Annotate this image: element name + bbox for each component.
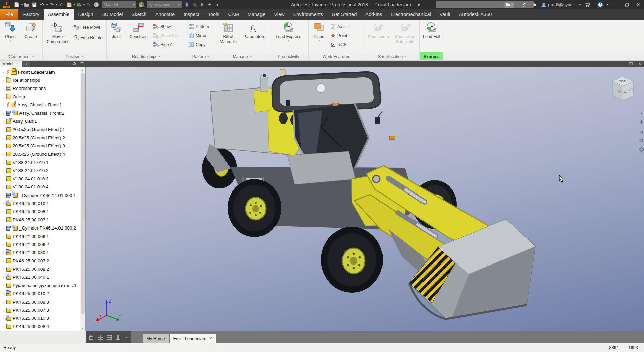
user-account-menu[interactable]: pradit@syner... ▾ — [541, 2, 581, 7]
expand-chevron-icon[interactable]: › — [1, 135, 5, 140]
tree-row[interactable]: › PK46.21.00.006:2 — [0, 240, 85, 248]
ribbon-tab[interactable]: Tools — [204, 9, 224, 20]
model-panel-tab[interactable]: Model ✕ — [0, 61, 22, 67]
model-panel-close-icon[interactable]: ✕ — [16, 62, 19, 66]
load-full-button[interactable]: Load Full — [420, 20, 442, 52]
zoom-icon[interactable] — [639, 129, 644, 134]
tree-row[interactable]: › V138.24.01.010:1 — [0, 158, 85, 166]
expand-chevron-icon[interactable]: › — [1, 86, 5, 91]
expand-chevron-icon[interactable]: › — [1, 184, 5, 189]
tree-row[interactable]: › PK46.25.00.010:3 — [0, 314, 85, 322]
scroll-up-arrow[interactable]: ▲ — [80, 67, 85, 73]
axis-caret[interactable]: ▾ — [348, 25, 349, 28]
rows-view-icon[interactable] — [107, 335, 112, 340]
free-rotate-button[interactable]: Free Rotate — [72, 32, 105, 43]
group-label-position[interactable]: Position▾ — [43, 52, 106, 60]
tree-row[interactable]: › V138.24.01.010:3 — [0, 175, 85, 183]
help-caret[interactable]: ▾ — [607, 3, 608, 6]
columns-view-icon[interactable] — [115, 335, 121, 340]
tree-row[interactable]: › Origin — [0, 93, 85, 101]
document-tab[interactable]: My Home — [143, 334, 169, 343]
ribbon-tab[interactable]: Factory — [18, 9, 43, 20]
expand-chevron-icon[interactable]: › — [1, 291, 5, 296]
tree-row[interactable]: › 20.5x25 (Ground Effect):1 — [0, 126, 85, 134]
adjust-appearance-button[interactable] — [183, 1, 190, 9]
save-button[interactable] — [31, 1, 38, 9]
group-label-component[interactable]: Component▾ — [0, 52, 42, 60]
tree-row[interactable]: › PK46.25.00.010:2 — [0, 290, 85, 298]
color-wheel-icon[interactable] — [138, 1, 145, 9]
axis-button[interactable]: Axis ▾ — [329, 22, 360, 31]
ribbon-tab[interactable]: Assemble — [44, 9, 74, 20]
expand-chevron-icon[interactable]: › — [1, 70, 5, 75]
ribbon-tab[interactable]: Autodesk A360 — [455, 9, 496, 20]
place-button[interactable]: Place ▾ — [1, 20, 20, 52]
browser-scrollbar[interactable]: ▲ ▼ — [80, 67, 85, 331]
home-button[interactable]: ⌂ — [58, 1, 65, 9]
expand-chevron-icon[interactable]: › — [1, 250, 5, 255]
pattern-button[interactable]: Pattern — [187, 22, 214, 31]
show-button[interactable]: Show — [152, 22, 185, 31]
ribbon-tab[interactable]: Vault — [435, 9, 455, 20]
expand-chevron-icon[interactable]: › — [1, 300, 5, 305]
mirror-button[interactable]: Mirror — [187, 31, 214, 40]
redo-button[interactable]: ↷ — [48, 1, 55, 9]
document-tab[interactable]: Front Loader.iam ✕ — [170, 334, 216, 343]
scrollbar-thumb[interactable] — [81, 73, 85, 314]
group-label-pattern[interactable]: Pattern▾ — [186, 52, 215, 60]
favorites-star-icon[interactable]: ★ — [531, 1, 538, 9]
look-at-icon[interactable] — [639, 147, 644, 152]
expand-chevron-icon[interactable]: › — [1, 176, 5, 181]
tree-row[interactable]: › PK46.21.00.040:1 — [0, 273, 85, 281]
expand-chevron-icon[interactable]: › — [1, 267, 5, 272]
expand-chevron-icon[interactable]: › — [1, 217, 5, 222]
store-cart-icon[interactable] — [583, 1, 591, 9]
tree-row[interactable]: › Assy, Cab:1 — [0, 117, 85, 125]
group-label-relationships[interactable]: Relationships▾ — [107, 52, 186, 60]
sign-in-satellite-icon[interactable] — [521, 1, 528, 9]
cascade-view-icon[interactable] — [89, 335, 94, 340]
expand-chevron-icon[interactable]: › — [1, 324, 5, 329]
group-label-productivity[interactable]: Productivity — [269, 52, 308, 60]
group-label-manage[interactable]: Manage▾ — [215, 52, 269, 60]
help-button[interactable]: ? — [597, 1, 604, 9]
tree-row[interactable]: › 20.5x25 (Ground Effect):2 — [0, 134, 85, 142]
group-label-simplification[interactable]: Simplification▾ — [364, 52, 419, 60]
qat-overflow-caret[interactable]: ▾ — [214, 1, 221, 9]
tree-row[interactable]: › _Cylinder PK46.14.01.000:1 — [0, 191, 85, 199]
group-label-work-features[interactable]: Work Features — [309, 52, 364, 60]
open-button[interactable] — [23, 1, 30, 9]
search-input[interactable] — [438, 2, 531, 7]
browser-menu-icon[interactable]: ☰ — [78, 61, 86, 67]
ribbon-tab[interactable]: Manage — [243, 9, 270, 20]
tree-row[interactable]: › PK46.25.00.008:3 — [0, 298, 85, 306]
tree-row[interactable]: › PK46.25.00.007:2 — [0, 257, 85, 265]
restore-button[interactable] — [622, 0, 631, 9]
constrain-button[interactable]: Constrain — [125, 20, 152, 52]
tree-row[interactable]: › PK46.25.00.007:4 — [0, 331, 85, 332]
tree-row[interactable]: › V138.24.01.010:2 — [0, 167, 85, 175]
new-file-caret[interactable]: ▾ — [21, 3, 23, 6]
create-button[interactable]: Create — [20, 20, 41, 52]
tree-row[interactable]: › 20.5x25 (Ground Effect):4 — [0, 150, 85, 158]
iproperties-caret[interactable]: ▾ — [74, 3, 75, 6]
load-express-caret[interactable]: ▾ — [288, 39, 289, 42]
expand-chevron-icon[interactable]: › — [1, 308, 5, 313]
expand-chevron-icon[interactable]: › — [1, 209, 5, 214]
tree-row[interactable]: › PK46.21.00.006:1 — [0, 232, 85, 240]
copy-button[interactable]: Copy — [187, 40, 214, 49]
collapse-strip-icon[interactable]: ▲ — [125, 336, 128, 339]
tree-row[interactable]: › PK46.25.00.007:1 — [0, 216, 85, 224]
ribbon-tab[interactable]: Sketch — [127, 9, 151, 20]
ribbon-tab[interactable]: Add-Ins — [361, 9, 387, 20]
full-navigation-wheel-icon[interactable] — [639, 111, 644, 115]
tree-row[interactable]: › Рукав на воздухоочиститель:1 — [0, 281, 85, 289]
joint-button[interactable]: Joint — [107, 20, 125, 52]
expand-chevron-icon[interactable]: › — [1, 193, 5, 198]
tree-row[interactable]: › Representations — [0, 84, 85, 93]
tree-row[interactable]: › Assy, Chassis, Front:1 — [0, 109, 85, 117]
front-loader-model[interactable] — [86, 67, 644, 331]
grid-view-icon[interactable] — [98, 335, 103, 340]
scroll-down-arrow[interactable]: ▼ — [80, 326, 85, 331]
update-caret[interactable]: ▾ — [83, 3, 85, 6]
